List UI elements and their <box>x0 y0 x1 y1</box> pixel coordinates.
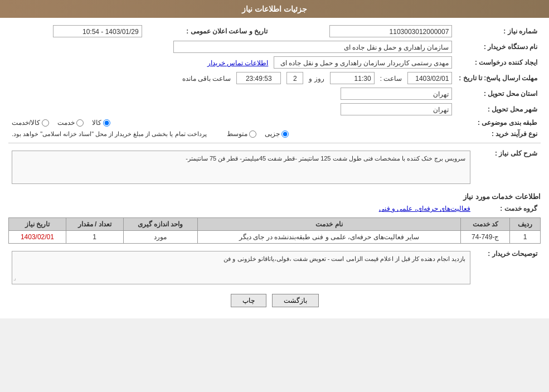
mohlat-label: مهلت ارسال پاسخ: تا تاریخ : <box>455 70 541 86</box>
noe-radiogroup: پرداخت تمام یا بخشی از مبلغ خریدار از مح… <box>12 130 452 138</box>
ijadKonande-field: مهدی رستمی کاربردار سازمان راهداری و حمل… <box>274 56 452 69</box>
shomareNiaz-label: شماره نیاز : <box>455 23 541 39</box>
mohlat-remaining-label: ساعت باقی مانده <box>182 75 231 83</box>
cell-radif: 1 <box>510 231 541 244</box>
khadamat-section-title: اطلاعات خدمات مورد نیاز <box>8 192 541 201</box>
tvsiyat-field: بازدید انجام دهنده کار قبل از اعلام قیمت… <box>12 251 470 284</box>
goroh-label: گروه خدمت : <box>474 203 541 214</box>
resize-handle: ⌟ <box>13 274 16 283</box>
tabaqe-kala-label: کالا <box>92 119 101 127</box>
goroh-table: گروه خدمت : فعالیت‌های حرفه‌ای، علمی و ف… <box>8 203 541 214</box>
table-row: 1 ج-749-74 سایر فعالیت‌های حرفه‌ای، علمی… <box>9 231 541 244</box>
col-nam: نام خدمت <box>197 218 461 231</box>
page-wrapper: جزئیات اطلاعات نیاز شماره نیاز : 1103003… <box>0 0 549 318</box>
col-radif: ردیف <box>510 218 541 231</box>
col-kod: کد خدمت <box>461 218 510 231</box>
goroh-link[interactable]: فعالیت‌های حرفه‌ای، علمی و فنی <box>379 205 470 212</box>
cell-tedad: 1 <box>66 231 123 244</box>
tarikh-value: 1403/01/29 - 10:54 <box>8 23 145 39</box>
tabaqe-khedmat-item: خدمت <box>57 119 84 127</box>
noe-jarzi-item: جزیی <box>265 130 289 138</box>
noe-notice-text: پرداخت تمام یا بخشی از مبلغ خریدار از مح… <box>12 130 207 138</box>
tvsiyat-table: توصیحات خریدار : بازدید انجام دهنده کار … <box>8 247 541 288</box>
col-tedad: تعداد / مقدار <box>66 218 123 231</box>
ostan-label: استان محل تحویل : <box>455 86 541 101</box>
noe-jarzi-radio[interactable] <box>281 130 289 138</box>
tabaqe-khedmat-label: خدمت <box>57 119 75 127</box>
tarikh-field: 1403/01/29 - 10:54 <box>53 25 142 37</box>
ijadKonande-label: ایجاد کننده درخواست : <box>455 55 541 70</box>
col-tarikh: تاریخ نیاز <box>9 218 66 231</box>
noe-motevaset-label: متوسط <box>227 130 247 138</box>
mohlat-time-label: ساعت : <box>380 75 402 83</box>
mohlat-roz-field: 2 <box>286 72 303 84</box>
content-area: شماره نیاز : 1103003012000007 تاریخ و سا… <box>0 18 549 318</box>
ijadKonande-value: مهدی رستمی کاربردار سازمان راهداری و حمل… <box>8 55 455 70</box>
noe-jarzi-label: جزیی <box>265 130 280 138</box>
sharh-table: شرح کلی نیاز : سرویس برج خنک کننده با مش… <box>8 147 541 188</box>
mohlat-remaining-field: 23:49:53 <box>236 72 281 84</box>
buttons-row: چاپ بازگشت <box>8 294 541 307</box>
tabaqe-row: کالا/خدمت خدمت کالا <box>8 117 455 128</box>
namDastgah-value: سازمان راهداری و حمل و نقل جاده ای <box>8 39 455 55</box>
tabaqe-radiogroup: کالا/خدمت خدمت کالا <box>12 119 452 127</box>
noe-label: نوع فرآیند خرید : <box>455 128 541 139</box>
cell-kod: ج-749-74 <box>461 231 510 244</box>
mohlat-row: 1403/02/01 ساعت : 11:30 روز و 2 23:49:53… <box>8 70 455 86</box>
back-button[interactable]: بازگشت <box>272 294 319 307</box>
ostan-field: تهران <box>341 88 452 100</box>
tamas-kharidad-link[interactable]: اطلاعات تماس خریدار <box>207 59 269 67</box>
mohlat-date-field: 1403/02/01 <box>407 72 452 84</box>
tabaqe-label: طبقه بندی موضوعی : <box>455 117 541 128</box>
namDastgah-field: سازمان راهداری و حمل و نقل جاده ای <box>173 41 452 53</box>
divider-1 <box>8 143 541 143</box>
cell-tarikh: 1403/02/01 <box>9 231 66 244</box>
page-title: جزئیات اطلاعات نیاز <box>242 4 307 13</box>
tvsiyat-text: بازدید انجام دهنده کار قبل از اعلام قیمت… <box>224 255 465 262</box>
mohlat-time-field: 11:30 <box>330 72 375 84</box>
mohlat-roz-label: روز و <box>309 75 324 83</box>
shahr-field: تهران <box>341 103 452 115</box>
cell-vahed: مورد <box>123 231 197 244</box>
sharh-label: شرح کلی نیاز : <box>474 147 541 188</box>
tabaqe-kala-item: کالا <box>92 119 110 127</box>
goroh-value: فعالیت‌های حرفه‌ای، علمی و فنی <box>8 203 474 214</box>
noe-motevaset-radio[interactable] <box>249 130 256 138</box>
cell-nam: سایر فعالیت‌های حرفه‌ای، علمی و فنی طبقه… <box>197 231 461 244</box>
tvsiyat-label: توصیحات خریدار : <box>474 247 541 288</box>
col-vahed: واحد اندازه گیری <box>123 218 197 231</box>
ostan-value: تهران <box>8 86 455 101</box>
sharh-field: سرویس برج خنک کننده با مشخصات فنی طول شف… <box>12 151 470 184</box>
page-header: جزئیات اطلاعات نیاز <box>0 0 549 18</box>
tabaqe-kala-khedmat-radio[interactable] <box>42 119 49 127</box>
shomareNiaz-field: 1103003012000007 <box>329 25 452 37</box>
sharh-value: سرویس برج خنک کننده با مشخصات فنی طول شف… <box>8 147 474 188</box>
main-info-table: شماره نیاز : 1103003012000007 تاریخ و سا… <box>8 23 541 139</box>
noe-row: پرداخت تمام یا بخشی از مبلغ خریدار از مح… <box>8 128 455 139</box>
tvsiyat-value: بازدید انجام دهنده کار قبل از اعلام قیمت… <box>8 247 474 288</box>
tabaqe-khedmat-radio[interactable] <box>76 119 84 127</box>
tabaqe-kala-khedmat-label: کالا/خدمت <box>12 119 40 127</box>
shahr-label: شهر محل تحویل : <box>455 101 541 117</box>
tabaqe-kala-radio[interactable] <box>103 119 110 127</box>
tabaqe-kala-khedmat-item: کالا/خدمت <box>12 119 49 127</box>
services-table: ردیف کد خدمت نام خدمت واحد اندازه گیری ت… <box>8 217 541 244</box>
print-button[interactable]: چاپ <box>231 294 266 307</box>
tarikh-label: تاریخ و ساعت اعلان عمومی : <box>145 23 271 39</box>
shahr-value: تهران <box>8 101 455 117</box>
namDastgah-label: نام دستگاه خریدار : <box>455 39 541 55</box>
shomareNiaz-value: 1103003012000007 <box>271 23 455 39</box>
noe-motevaset-item: متوسط <box>227 130 256 138</box>
